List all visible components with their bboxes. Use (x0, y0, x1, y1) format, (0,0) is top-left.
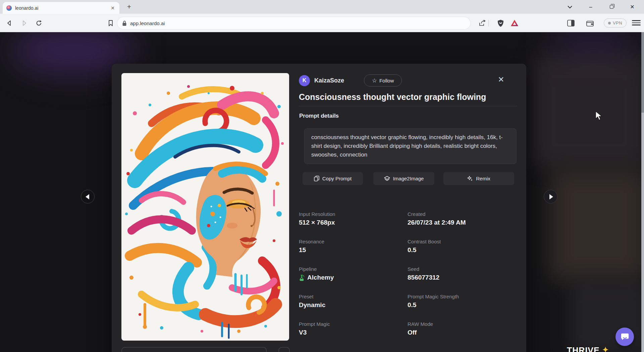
blurred-gallery-image (550, 170, 644, 280)
detail-contrast-boost: Contrast Boost 0.5 (408, 239, 517, 266)
arrow-right-icon (549, 194, 553, 199)
detail-seed: Seed 856077312 (408, 266, 517, 294)
overlay-watermark: THRIVE ✦ (567, 346, 609, 352)
blurred-gallery-image (570, 284, 644, 352)
vpn-label: VPN (613, 20, 622, 25)
generated-artwork-image (121, 73, 289, 341)
url-text: app.leonardo.ai (130, 20, 165, 26)
author-row: K KaizaSoze ☆ Follow (299, 74, 517, 86)
action-buttons: Copy Prompt Image2Image Remix (303, 172, 517, 185)
lock-icon (122, 20, 127, 26)
sidebar-panel-icon[interactable] (566, 18, 576, 28)
prompt-text: consciousness thought vector graphic flo… (311, 133, 509, 159)
copy-icon (314, 176, 319, 181)
modal-close-icon[interactable]: ✕ (496, 75, 506, 84)
window-controls: – ✕ (559, 0, 643, 14)
toolbar-divider (488, 20, 489, 26)
thumbnail-strip[interactable] (121, 347, 267, 352)
detail-created: Created 26/07/23 at 2:49 AM (408, 211, 517, 239)
previous-image-button[interactable] (81, 190, 95, 203)
detail-preset: Preset Dynamic (299, 294, 408, 321)
image-title: Consciousness thought vector graphic flo… (299, 92, 486, 102)
forward-button[interactable] (19, 18, 29, 28)
page-scrollbar-thumb[interactable] (641, 32, 644, 113)
page-scrollbar[interactable] (641, 32, 644, 352)
tab-search-chevron-icon[interactable] (559, 0, 580, 14)
window-close-button[interactable]: ✕ (622, 0, 643, 14)
follow-button[interactable]: ☆ Follow (364, 74, 402, 86)
vpn-status-dot (608, 22, 611, 24)
thumbnail-strip-next[interactable] (278, 347, 290, 352)
image2image-button[interactable]: Image2Image (373, 172, 434, 185)
detail-raw-mode: RAW Mode Off (408, 321, 517, 349)
author-name[interactable]: KaizaSoze (314, 77, 344, 84)
new-tab-button[interactable]: + (125, 3, 133, 11)
next-image-button[interactable] (544, 190, 557, 203)
support-chat-button[interactable] (615, 328, 634, 346)
tab-favicon-icon (6, 5, 12, 11)
image2image-label: Image2Image (393, 176, 424, 181)
share-icon[interactable] (478, 18, 487, 28)
remix-sparkle-icon (467, 176, 473, 181)
remix-label: Remix (476, 176, 490, 181)
arrow-left-icon (86, 194, 89, 199)
detail-panel: K KaizaSoze ☆ Follow ✕ Consciousness tho… (299, 64, 517, 352)
image-detail-modal: K KaizaSoze ☆ Follow ✕ Consciousness tho… (112, 64, 526, 352)
reload-button[interactable] (34, 18, 44, 28)
copy-prompt-button[interactable]: Copy Prompt (303, 172, 363, 185)
tab-title: leonardo.ai (15, 5, 109, 11)
window-restore-button[interactable] (601, 0, 622, 14)
alchemy-flask-icon (299, 275, 305, 281)
window-minimize-button[interactable]: – (580, 0, 601, 14)
mouse-cursor (595, 111, 602, 122)
detail-prompt-magic-strength: Prompt Magic Strength 0.5 (408, 294, 517, 321)
detail-resonance: Resonance 15 (299, 239, 408, 266)
detail-pipeline: Pipeline Alchemy (299, 266, 408, 294)
star-icon: ☆ (372, 77, 377, 84)
address-bar[interactable]: app.leonardo.ai (117, 17, 470, 29)
vpn-button[interactable]: VPN (604, 18, 627, 27)
avatar[interactable]: K (299, 75, 310, 86)
tab-bar: leonardo.ai ✕ + – ✕ (0, 0, 644, 14)
divider (299, 106, 517, 106)
browser-menu-button[interactable] (632, 18, 641, 27)
blurred-gallery-image (533, 56, 644, 166)
bat-rewards-icon[interactable] (510, 18, 519, 28)
browser-toolbar: app.leonardo.ai VPN (0, 14, 644, 32)
copy-prompt-label: Copy Prompt (322, 176, 352, 181)
details-grid: Input Resolution 512 × 768px Created 26/… (299, 211, 517, 349)
detail-input-resolution: Input Resolution 512 × 768px (299, 211, 408, 239)
chat-bubble-icon (620, 332, 630, 342)
bookmark-icon[interactable] (106, 18, 115, 28)
sparkle-icon: ✦ (602, 346, 609, 352)
detail-prompt-magic: Prompt Magic V3 (299, 321, 408, 349)
prompt-box: consciousness thought vector graphic flo… (304, 128, 517, 164)
page-background: K KaizaSoze ☆ Follow ✕ Consciousness tho… (0, 32, 644, 352)
back-button[interactable] (5, 18, 14, 28)
layers-icon (384, 176, 390, 181)
follow-label: Follow (379, 78, 394, 83)
remix-button[interactable]: Remix (443, 172, 514, 185)
wallet-icon[interactable] (585, 18, 595, 28)
brave-shield-icon[interactable] (496, 18, 505, 28)
prompt-details-heading: Prompt details (299, 113, 339, 119)
tab-close-icon[interactable]: ✕ (109, 5, 116, 11)
browser-tab[interactable]: leonardo.ai ✕ (3, 2, 119, 14)
